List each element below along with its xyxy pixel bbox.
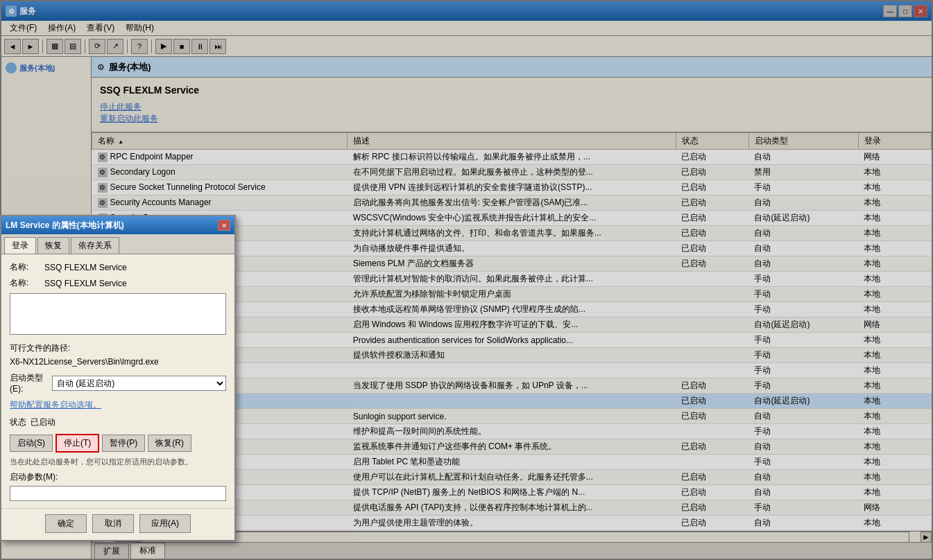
param-label: 启动参数(M): (10, 471, 226, 483)
display-name-value: SSQ FLEXLM Service (44, 263, 226, 272)
status-label: 状态 (10, 417, 31, 428)
stop-button[interactable]: 停止(T) (55, 434, 99, 453)
exe-path-value: X6-NX12License_Servers\Bin\lmgrd.exe (10, 357, 226, 367)
startup-type-select[interactable]: 自动 (延迟启动) 自动 手动 禁用 (52, 376, 226, 391)
dialog-tab-deps[interactable]: 依存关系 (71, 237, 119, 254)
description-box[interactable] (10, 293, 226, 335)
pause-button[interactable]: 暂停(P) (102, 435, 145, 452)
cancel-button[interactable]: 取消 (92, 514, 134, 533)
dialog-title-bar: LM Service 的属性(本地计算机) ✕ (1, 216, 234, 234)
display-name-row: 名称: SSQ FLEXLM Service (10, 261, 226, 273)
service-name-value: SSQ FLEXLM Service (44, 279, 226, 288)
param-input[interactable] (10, 486, 226, 501)
dialog-tab-login[interactable]: 登录 (4, 237, 36, 254)
start-button[interactable]: 启动(S) (10, 435, 53, 452)
ok-button[interactable]: 确定 (45, 514, 87, 533)
display-name-label: 名称: (10, 261, 44, 273)
status-value: 已启动 (31, 417, 55, 428)
dialog-tab-restore[interactable]: 恢复 (37, 237, 69, 254)
dialog-close-button[interactable]: ✕ (218, 220, 230, 231)
resume-button[interactable]: 恢复(R) (148, 435, 191, 452)
modal-overlay: LM Service 的属性(本地计算机) ✕ 登录 恢复 依存关系 名称: S… (0, 0, 933, 560)
apply-button[interactable]: 应用(A) (139, 514, 191, 533)
service-name-label: 名称: (10, 277, 44, 289)
config-link[interactable]: 帮助配置服务启动选项。 (10, 399, 226, 411)
dialog-footer: 确定 取消 应用(A) (1, 508, 234, 540)
dialog-tabs: 登录 恢复 依存关系 (1, 234, 234, 254)
action-buttons: 启动(S) 停止(T) 暂停(P) 恢复(R) (10, 434, 226, 453)
service-name-row: 名称: SSQ FLEXLM Service (10, 277, 226, 289)
startup-type-row: 启动类型(E): 自动 (延迟启动) 自动 手动 禁用 (10, 372, 226, 394)
service-properties-dialog: LM Service 的属性(本地计算机) ✕ 登录 恢复 依存关系 名称: S… (0, 215, 236, 541)
hint-text: 当在此处启动服务时，您可以指定所适用的启动参数。 (10, 457, 226, 467)
status-row: 状态 已启动 (10, 417, 226, 428)
dialog-content: 名称: SSQ FLEXLM Service 名称: SSQ FLEXLM Se… (1, 254, 234, 508)
startup-type-label: 启动类型(E): (10, 372, 48, 394)
exe-path-label: 可行文件的路径: (10, 342, 226, 354)
dialog-title-text: LM Service 的属性(本地计算机) (6, 220, 124, 231)
